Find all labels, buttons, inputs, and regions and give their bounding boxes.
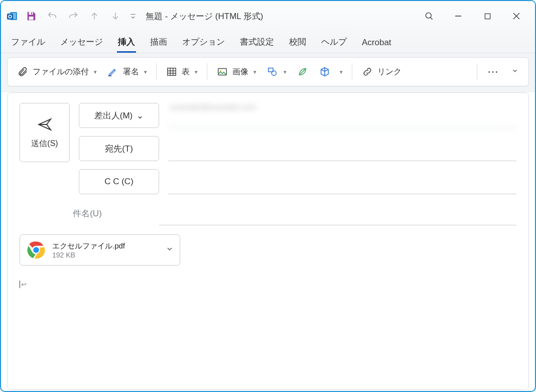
subject-label: 件名(U) [20, 208, 150, 219]
3d-models-button[interactable]: ▾ [315, 63, 347, 81]
attachment-filename: エクセルファイル.pdf [52, 241, 160, 251]
icons-button[interactable] [293, 63, 313, 81]
shapes-icon [266, 66, 279, 78]
table-icon [166, 66, 178, 78]
chevron-down-icon: ▾ [340, 69, 343, 75]
pen-icon [107, 66, 119, 78]
signature-label: 署名 [123, 67, 139, 77]
tab-draw[interactable]: 描画 [149, 32, 168, 53]
maximize-button[interactable] [473, 5, 502, 27]
tab-file[interactable]: ファイル [10, 32, 46, 53]
svg-rect-2 [7, 14, 13, 20]
compose-area: 送信(S) 差出人(M) ⌄ example@example.com 宛先(T)… [7, 92, 529, 390]
send-button[interactable]: 送信(S) [20, 103, 70, 162]
chevron-down-icon: ▾ [195, 69, 198, 75]
attachment-menu-button[interactable] [166, 245, 174, 255]
ribbon-collapse-button[interactable] [506, 67, 523, 76]
to-button[interactable]: 宛先(T) [79, 136, 159, 161]
ribbon-separator [207, 63, 207, 80]
cube-icon [319, 66, 331, 78]
tab-review[interactable]: 校閲 [288, 32, 307, 53]
svg-point-20 [272, 71, 276, 75]
image-icon [216, 66, 228, 78]
ribbon-tabs: ファイル メッセージ 挿入 描画 オプション 書式設定 校閲 ヘルプ Acrob… [1, 31, 535, 53]
chevron-down-icon: ⌄ [137, 110, 144, 121]
to-field[interactable] [168, 136, 516, 161]
tab-message[interactable]: メッセージ [59, 32, 104, 53]
attach-file-label: ファイルの添付 [33, 67, 89, 77]
chevron-down-icon: ▾ [253, 69, 256, 75]
svg-rect-9 [485, 14, 490, 19]
svg-rect-6 [31, 13, 32, 15]
tab-format[interactable]: 書式設定 [239, 32, 275, 53]
to-label: 宛先(T) [105, 143, 133, 155]
link-button[interactable]: リンク [357, 63, 406, 81]
send-icon [37, 116, 53, 135]
cc-label: C C (C) [104, 177, 133, 187]
attach-file-button[interactable]: ファイルの添付 ▾ [13, 63, 101, 81]
table-label: 表 [182, 67, 190, 77]
shapes-button[interactable]: ▾ [262, 63, 291, 81]
tab-help[interactable]: ヘルプ [320, 32, 348, 53]
picture-button[interactable]: 画像 ▾ [212, 63, 260, 81]
attachment-item[interactable]: エクセルファイル.pdf 192 KB [20, 234, 180, 266]
link-label: リンク [377, 67, 401, 77]
undo-button[interactable] [43, 7, 61, 25]
from-button[interactable]: 差出人(M) ⌄ [79, 103, 159, 128]
titlebar: 無題 - メッセージ (HTML 形式) [1, 1, 535, 31]
search-button[interactable] [415, 5, 444, 27]
ribbon-separator [156, 63, 157, 80]
from-label: 差出人(M) [94, 110, 132, 121]
window-title: 無題 - メッセージ (HTML 形式) [146, 11, 263, 22]
tab-options[interactable]: オプション [181, 32, 226, 53]
text-cursor: ↩ [20, 281, 27, 288]
redo-button[interactable] [64, 7, 82, 25]
close-button[interactable] [502, 5, 531, 27]
chrome-icon [26, 240, 46, 260]
svg-rect-4 [29, 12, 33, 15]
from-field[interactable]: example@example.com [168, 103, 516, 128]
attachment-size: 192 KB [52, 251, 160, 259]
svg-point-24 [33, 247, 39, 253]
ribbon-separator [352, 63, 352, 80]
chevron-down-icon: ▾ [94, 69, 97, 75]
subject-field[interactable] [159, 201, 516, 225]
ribbon: ファイルの添付 ▾ 署名 ▾ 表 ▾ 画像 ▾ [7, 57, 529, 86]
table-button[interactable]: 表 ▾ [162, 63, 202, 81]
link-icon [361, 66, 373, 78]
svg-rect-5 [29, 17, 33, 20]
chevron-down-icon: ▾ [284, 69, 287, 75]
cc-field[interactable] [168, 169, 516, 194]
svg-rect-12 [168, 68, 176, 76]
ribbon-container: ファイルの添付 ▾ 署名 ▾ 表 ▾ 画像 ▾ [1, 53, 535, 92]
cc-button[interactable]: C C (C) [79, 169, 159, 194]
leaf-icon [297, 66, 309, 78]
arrow-up-button[interactable] [85, 7, 103, 25]
save-button[interactable] [22, 7, 40, 25]
chevron-down-icon: ▾ [144, 69, 147, 75]
arrow-down-button[interactable] [106, 7, 124, 25]
ribbon-more-button[interactable]: ⋯ [480, 65, 506, 78]
tab-insert[interactable]: 挿入 [117, 32, 136, 53]
paperclip-icon [17, 66, 29, 78]
quick-access-toolbar [5, 7, 139, 25]
minimize-button[interactable] [444, 5, 473, 27]
outlook-icon [5, 9, 19, 23]
svg-point-7 [426, 13, 431, 18]
send-label: 送信(S) [31, 139, 58, 149]
qat-customize-button[interactable] [127, 7, 139, 25]
tab-acrobat[interactable]: Acrobat [361, 34, 392, 53]
signature-button[interactable]: 署名 ▾ [103, 63, 151, 81]
message-body[interactable]: ↩ [20, 280, 516, 288]
picture-label: 画像 [232, 67, 248, 77]
ribbon-separator [477, 63, 477, 80]
